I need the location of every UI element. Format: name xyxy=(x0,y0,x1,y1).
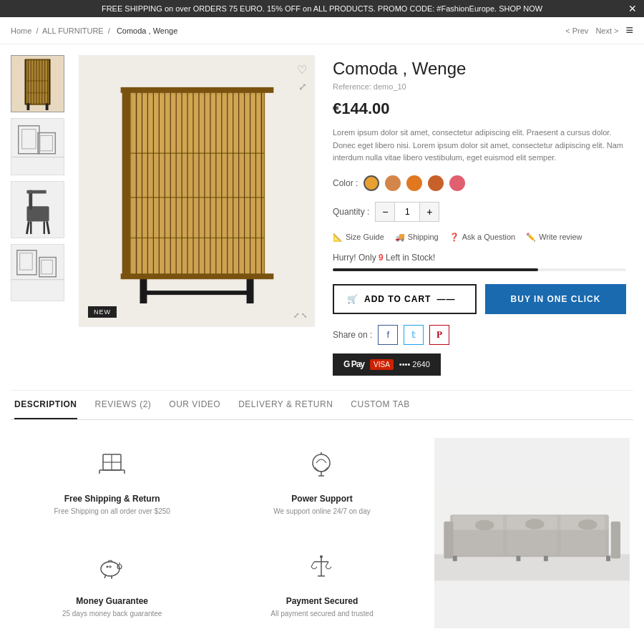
svg-rect-96 xyxy=(434,554,630,580)
quantity-row: Quantity : − + xyxy=(333,202,626,222)
hamburger-menu[interactable]: ≡ xyxy=(625,23,633,38)
thumbnail-2[interactable] xyxy=(11,118,64,175)
svg-rect-109 xyxy=(544,556,548,561)
features-left: Free Shipping & Return Free Shipping on … xyxy=(14,438,420,628)
product-lifestyle-image xyxy=(434,438,630,628)
top-navigation: Home / ALL FURNITURE / Comoda , Wenge < … xyxy=(0,17,644,44)
quantity-increase[interactable]: + xyxy=(420,203,439,221)
svg-rect-38 xyxy=(133,238,261,274)
feature-shipping-title: Free Shipping & Return xyxy=(25,494,199,504)
nav-next[interactable]: Next > xyxy=(595,26,618,35)
svg-line-92 xyxy=(326,562,328,567)
expand-icon[interactable]: ⤢ xyxy=(298,81,307,92)
nav-right: < Prev Next > ≡ xyxy=(565,23,633,38)
tabs-navigation: DESCRIPTION REVIEWS (2) OUR VIDEO DELIVE… xyxy=(11,391,633,420)
product-area: ♡ ⤢ xyxy=(0,44,644,390)
free-shipping-icon xyxy=(25,449,199,487)
stock-progress-bar xyxy=(333,268,626,271)
svg-rect-35 xyxy=(133,95,261,152)
quantity-decrease[interactable]: − xyxy=(376,203,394,221)
stock-info: Hurry! Only 9 Left in Stock! xyxy=(333,253,626,263)
feature-support-sub: We support online 24/7 on day xyxy=(235,507,409,515)
svg-point-86 xyxy=(107,565,109,567)
breadcrumb-current: Comoda , Wenge xyxy=(117,26,177,35)
card-number: •••• 2640 xyxy=(399,360,430,369)
thumbnail-4[interactable] xyxy=(11,244,64,301)
svg-rect-36 xyxy=(133,153,261,196)
info-links: 📐 Size Guide 🚚 Shipping ❓ Ask a Question… xyxy=(333,233,626,242)
product-price: €144.00 xyxy=(333,99,626,118)
card-icon: VISA xyxy=(370,359,394,370)
resize-icons: ⤢ ⤡ xyxy=(293,311,307,319)
wishlist-icon[interactable]: ♡ xyxy=(297,63,307,77)
tab-our-video[interactable]: OUR VIDEO xyxy=(169,391,220,419)
svg-rect-68 xyxy=(121,87,274,93)
write-review-link[interactable]: ✏️ Write review xyxy=(526,233,582,242)
color-label: Color : xyxy=(333,178,358,188)
svg-rect-23 xyxy=(26,190,46,194)
tab-delivery[interactable]: DELIVERY & RETURN xyxy=(238,391,333,419)
color-option-3[interactable] xyxy=(406,175,422,191)
product-info-panel: Comoda , Wenge Reference: demo_10 €144.0… xyxy=(326,55,633,379)
feature-power-support: Power Support We support online 24/7 on … xyxy=(224,438,419,526)
svg-point-81 xyxy=(101,562,119,576)
tabs-section: DESCRIPTION REVIEWS (2) OUR VIDEO DELIVE… xyxy=(11,390,633,644)
close-banner-button[interactable]: ✕ xyxy=(628,3,637,14)
tab-custom[interactable]: CUSTOM TAB xyxy=(351,391,409,419)
quantity-controls: − + xyxy=(375,202,439,222)
feature-support-title: Power Support xyxy=(235,494,409,504)
payment-bar: G Pay VISA •••• 2640 xyxy=(333,353,441,376)
feature-free-shipping: Free Shipping & Return Free Shipping on … xyxy=(14,438,210,526)
payment-secured-icon xyxy=(235,551,409,589)
size-guide-link[interactable]: 📐 Size Guide xyxy=(333,233,384,242)
color-option-2[interactable] xyxy=(385,175,401,191)
feature-payment-secured: Payment Secured All payment secured and … xyxy=(224,540,419,628)
color-option-1[interactable] xyxy=(364,175,379,191)
svg-rect-99 xyxy=(453,529,503,555)
svg-rect-110 xyxy=(606,556,610,561)
add-to-cart-button[interactable]: 🛒 ADD TO CART —— xyxy=(333,284,477,314)
features-grid: Free Shipping & Return Free Shipping on … xyxy=(14,438,630,628)
svg-rect-15 xyxy=(46,103,49,110)
feature-money-title: Money Guarantee xyxy=(25,596,199,606)
thumbnail-1[interactable] xyxy=(11,55,64,112)
new-badge: NEW xyxy=(88,306,117,318)
breadcrumb-all-furniture[interactable]: ALL FURNITURE xyxy=(42,26,104,35)
ask-question-link[interactable]: ❓ Ask a Question xyxy=(449,233,516,242)
banner-text: FREE SHIPPING on over ORDERS 75 EURO. 15… xyxy=(102,4,542,13)
tab-description[interactable]: DESCRIPTION xyxy=(14,391,77,419)
svg-rect-17 xyxy=(22,130,36,149)
color-option-5[interactable] xyxy=(449,175,465,191)
svg-point-111 xyxy=(475,519,494,530)
svg-rect-67 xyxy=(122,92,131,276)
share-twitter-button[interactable]: 𝕥 xyxy=(404,325,424,345)
quantity-label: Quantity : xyxy=(333,207,369,217)
quantity-input[interactable] xyxy=(394,203,420,221)
breadcrumb-home[interactable]: Home xyxy=(11,26,31,35)
svg-rect-14 xyxy=(26,103,29,110)
main-product-image: ♡ ⤢ xyxy=(79,55,315,327)
share-facebook-button[interactable]: f xyxy=(378,325,398,345)
feature-money-sub: 25 days money back guarantee xyxy=(25,610,199,618)
power-support-icon xyxy=(235,449,409,487)
thumbnail-3[interactable] xyxy=(11,181,64,238)
svg-point-77 xyxy=(313,454,330,472)
share-label: Share on : xyxy=(333,330,372,340)
buy-now-button[interactable]: BUY IN ONE CLICK xyxy=(485,284,626,314)
svg-rect-107 xyxy=(453,556,457,561)
product-reference: Reference: demo_10 xyxy=(333,82,626,91)
action-row: 🛒 ADD TO CART —— BUY IN ONE CLICK xyxy=(333,284,626,314)
svg-point-113 xyxy=(578,519,597,530)
tab-reviews[interactable]: REVIEWS (2) xyxy=(95,391,152,419)
color-option-4[interactable] xyxy=(428,175,444,191)
shipping-link[interactable]: 🚚 Shipping xyxy=(395,233,439,242)
share-pinterest-button[interactable]: 𝐏 xyxy=(429,325,449,345)
svg-rect-70 xyxy=(142,291,252,295)
feature-money-guarantee: Money Guarantee 25 days money back guara… xyxy=(14,540,210,628)
svg-line-24 xyxy=(26,222,29,235)
svg-line-25 xyxy=(47,222,49,235)
product-description: Lorem ipsum dolor sit amet, consectetur … xyxy=(333,127,626,165)
nav-prev[interactable]: < Prev xyxy=(565,26,588,35)
top-banner: FREE SHIPPING on over ORDERS 75 EURO. 15… xyxy=(0,0,644,17)
svg-rect-100 xyxy=(507,529,557,555)
